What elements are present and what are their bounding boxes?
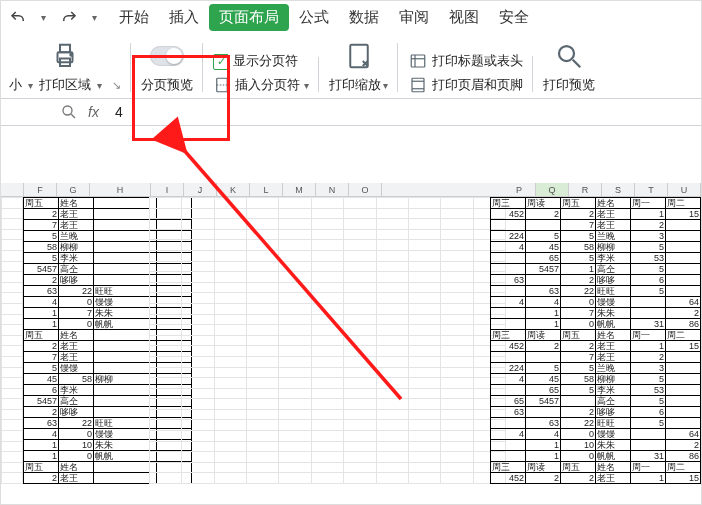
ribbon: 小▾ 打印区域▾ ↘ 分页预览 ✓ 显示分页符 插入分页符 ▾ (1, 31, 701, 99)
grid[interactable]: 周五姓名2老王7老王5兰晚58柳柳5李米5457高仝2哆哆6322旺旺40馒馒1… (1, 197, 701, 504)
ribbon-group-print-scale: 打印缩放▾ (325, 37, 392, 96)
sheet-area[interactable]: FGHIJKLMNOPQRSTU 周五姓名2老王7老王5兰晚58柳柳5李米545… (1, 183, 701, 504)
magnifier-icon[interactable] (552, 39, 586, 73)
toggle-icon[interactable] (150, 39, 184, 73)
print-area-label[interactable]: 打印区域 (39, 77, 91, 94)
redo-dropdown-icon[interactable]: ▾ (92, 12, 97, 23)
print-scale-label[interactable]: 打印缩放 (329, 77, 381, 94)
tab-插入[interactable]: 插入 (159, 4, 209, 31)
svg-rect-4 (217, 78, 228, 92)
undo-dropdown-icon[interactable]: ▾ (41, 12, 46, 23)
formula-input[interactable]: 4 (107, 99, 701, 125)
svg-rect-1 (60, 45, 70, 53)
ribbon-group-page-break-preview: 分页预览 (137, 37, 197, 96)
undo-icon[interactable] (9, 9, 27, 27)
show-page-breaks-button[interactable]: ✓ 显示分页符 (213, 53, 298, 70)
print-hf-label: 打印页眉和页脚 (432, 77, 523, 94)
dialog-launcher-icon[interactable]: ↘ (112, 79, 121, 92)
chevron-down-icon: ▾ (304, 80, 309, 91)
ribbon-group-print-preview: 打印预览 (539, 37, 599, 96)
formula-bar: fx 4 (1, 99, 701, 126)
print-area-small-label[interactable]: 小 (9, 77, 22, 94)
ribbon-group-print-area: 小▾ 打印区域▾ ↘ (9, 37, 125, 96)
tab-审阅[interactable]: 审阅 (389, 4, 439, 31)
svg-rect-7 (411, 55, 425, 67)
name-box[interactable]: fx (1, 103, 107, 121)
checkbox-checked-icon: ✓ (213, 54, 229, 70)
print-preview-label[interactable]: 打印预览 (543, 77, 595, 94)
print-titles-button[interactable]: 打印标题或表头 (408, 52, 523, 70)
print-titles-label: 打印标题或表头 (432, 53, 523, 70)
insert-page-break-button[interactable]: 插入分页符 ▾ (213, 76, 309, 94)
svg-line-16 (71, 114, 75, 118)
printer-icon[interactable] (48, 39, 82, 73)
column-headers[interactable]: FGHIJKLMNOPQRSTU (1, 183, 701, 197)
show-page-breaks-label: 显示分页符 (233, 53, 298, 70)
tab-数据[interactable]: 数据 (339, 4, 389, 31)
header-footer-icon (408, 76, 428, 94)
tab-strip: ▾ ▾ 开始插入页面布局公式数据审阅视图安全 (1, 1, 701, 31)
insert-page-break-label: 插入分页符 (235, 77, 300, 94)
chevron-down-icon: ▾ (28, 80, 33, 91)
ribbon-group-titles: 打印标题或表头 打印页眉和页脚 (404, 50, 527, 96)
print-scale-icon[interactable] (342, 39, 376, 73)
tabs: 开始插入页面布局公式数据审阅视图安全 (109, 4, 539, 31)
titles-icon (408, 52, 428, 70)
tab-视图[interactable]: 视图 (439, 4, 489, 31)
tab-页面布局[interactable]: 页面布局 (209, 4, 289, 31)
tab-安全[interactable]: 安全 (489, 4, 539, 31)
magnifier-icon (60, 103, 78, 121)
page-break-preview-label[interactable]: 分页预览 (141, 77, 193, 94)
quick-access-toolbar: ▾ ▾ (7, 7, 107, 29)
ribbon-group-page-breaks: ✓ 显示分页符 插入分页符 ▾ (209, 51, 313, 96)
svg-rect-10 (412, 78, 424, 92)
page-break-icon (213, 76, 231, 94)
svg-point-15 (63, 106, 72, 115)
svg-point-13 (559, 46, 574, 61)
fx-label: fx (88, 104, 99, 120)
chevron-down-icon: ▾ (97, 80, 102, 91)
tab-公式[interactable]: 公式 (289, 4, 339, 31)
redo-icon[interactable] (60, 9, 78, 27)
svg-line-14 (573, 60, 581, 68)
svg-point-3 (70, 54, 72, 56)
app-window: ▾ ▾ 开始插入页面布局公式数据审阅视图安全 小▾ 打印区域▾ ↘ (0, 0, 702, 505)
page-break-toggle[interactable] (150, 46, 184, 66)
chevron-down-icon: ▾ (383, 80, 388, 91)
print-hf-button[interactable]: 打印页眉和页脚 (408, 76, 523, 94)
tab-开始[interactable]: 开始 (109, 4, 159, 31)
